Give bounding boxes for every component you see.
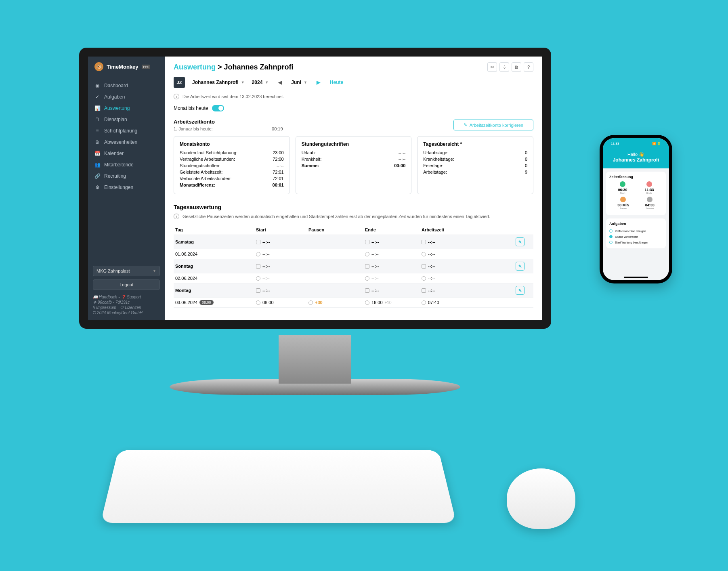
- account-row: Arbeitszeitkonto 1. Januar bis heute: −0…: [174, 119, 533, 131]
- calendar-icon: [365, 240, 369, 244]
- phone-hero: Hallo 👋 Johannes Zahnprofi: [603, 149, 669, 168]
- brand: 🐵 TimeMonkey Pro: [88, 57, 165, 77]
- sidebar-item-auswertung[interactable]: 📊Auswertung: [88, 103, 165, 114]
- nav-item-label: Schichtplanung: [104, 128, 137, 134]
- gauge-icon: ◉: [94, 83, 100, 88]
- month-select[interactable]: Juni▼: [291, 80, 307, 85]
- col-pausen: Pausen: [308, 227, 365, 232]
- sidebar-item-aufgaben[interactable]: ✓Aufgaben: [88, 91, 165, 103]
- phone-status-bar: 11:33 📶 🔋: [603, 138, 669, 149]
- keyboard: [101, 450, 456, 523]
- clock-icon: [256, 276, 260, 281]
- clock-icon: [422, 276, 426, 281]
- clock-icon: [256, 252, 260, 256]
- phone-task-item[interactable]: Stühle vorbereiten: [609, 234, 663, 239]
- kv-key: Stunden laut Schichtplanung:: [180, 150, 237, 155]
- kv-value: 0: [525, 150, 527, 155]
- help-icon[interactable]: ?: [524, 62, 533, 72]
- breadcrumb-root[interactable]: Auswertung: [174, 63, 216, 71]
- kv-key: Krankheit:: [302, 157, 322, 162]
- clock-icon: [422, 252, 426, 256]
- cell-start: --:--: [256, 276, 308, 281]
- logout-button[interactable]: Logout: [93, 279, 160, 290]
- mouse: [507, 468, 575, 529]
- kv-key: Vertragliche Arbeitsstunden:: [180, 157, 235, 162]
- avatar[interactable]: JZ: [174, 77, 185, 88]
- edit-row-button[interactable]: ✎: [516, 286, 524, 295]
- kv-row: Krankheitstage:0: [423, 157, 527, 162]
- gear-icon: ⚙: [94, 185, 100, 190]
- today-link[interactable]: Heute: [330, 80, 343, 85]
- chevron-down-icon: ▼: [304, 80, 307, 84]
- sidebar: 🐵 TimeMonkey Pro ◉Dashboard✓Aufgaben📊Aus…: [88, 57, 165, 320]
- day-name: Samstag: [175, 239, 256, 244]
- kv-key: Summe:: [302, 163, 319, 168]
- prev-month-button[interactable]: ◀: [276, 80, 284, 85]
- toggle-label: Monat bis heute: [174, 105, 208, 111]
- brand-name: TimeMonkey: [107, 64, 138, 70]
- kv-row: Krankheit:--:--: [302, 157, 406, 162]
- sidebar-item-einstellungen[interactable]: ⚙Einstellungen: [88, 182, 165, 193]
- pro-badge: Pro: [142, 65, 150, 69]
- card-title: Stundengutschriften: [302, 141, 406, 147]
- download-icon[interactable]: ⇩: [499, 62, 509, 72]
- cell-az: --:--: [422, 288, 516, 293]
- phone-time-block[interactable]: 06:30Start: [618, 181, 627, 194]
- phone-task-item[interactable]: Kaffeemaschine reinigen: [609, 228, 663, 234]
- calendar-icon: [256, 240, 260, 244]
- kv-key: Geleistete Arbeitszeit:: [180, 170, 222, 174]
- task-label: Stühle vorbereiten: [615, 235, 638, 238]
- kv-key: Verbuchte Arbeitsstunden:: [180, 176, 231, 181]
- kv-value: 72:01: [273, 170, 284, 174]
- kv-value: 00:01: [273, 183, 284, 187]
- clipboard-icon: 🗒: [94, 117, 100, 122]
- cell-date: 03.06.2024 08:00: [175, 300, 256, 305]
- kv-value: 9: [525, 170, 527, 174]
- phone-time-block[interactable]: 30 MinPause: [617, 197, 629, 210]
- sidebar-footer: MKG Zahnpalast ▼ Logout 📖 Handbuch - ❓ S…: [88, 262, 165, 320]
- mail-icon[interactable]: ✉: [487, 62, 497, 72]
- sidebar-item-dienstplan[interactable]: 🗒Dienstplan: [88, 114, 165, 125]
- person-select[interactable]: Johannes Zahnprofi▼: [192, 80, 245, 85]
- sidebar-item-schichtplanung[interactable]: ≡Schichtplanung: [88, 125, 165, 136]
- next-month-button[interactable]: ▶: [315, 80, 323, 85]
- card-title: Tagesübersicht *: [423, 141, 527, 147]
- kv-row: Stunden laut Schichtplanung:23:00: [180, 150, 284, 155]
- org-select[interactable]: MKG Zahnpalast ▼: [93, 266, 160, 276]
- kv-value: --:--: [399, 157, 406, 162]
- nav-item-label: Kalender: [104, 151, 124, 156]
- edit-row-button[interactable]: ✎: [516, 237, 524, 246]
- footer-copyright: © 2024 MonkeyDent GmbH: [93, 311, 160, 315]
- correct-account-button[interactable]: ✎ Arbeitszeitkonto korrigieren: [453, 120, 533, 130]
- card-gutschriften: Stundengutschriften Urlaub:--:--Krankhei…: [296, 136, 412, 194]
- clock-icon: [365, 252, 369, 256]
- kv-row: Monatsdifferenz:00:01: [180, 183, 284, 187]
- phone-time-block[interactable]: 04:33Summe: [645, 197, 655, 210]
- cell-pause: +30: [308, 300, 365, 305]
- cell-start: --:--: [256, 252, 308, 256]
- sidebar-item-kalender[interactable]: 📅Kalender: [88, 148, 165, 159]
- year-select[interactable]: 2024▼: [252, 80, 269, 85]
- chart-icon: 📊: [94, 105, 100, 111]
- cell-ende: --:--: [365, 239, 422, 244]
- task-label: Kaffeemaschine reinigen: [615, 230, 646, 233]
- cell-az: --:--: [422, 252, 516, 256]
- status-dot-icon: [620, 181, 625, 187]
- sidebar-item-abwesenheiten[interactable]: 🗎Abwesenheiten: [88, 136, 165, 148]
- sidebar-item-recruiting[interactable]: 🔗Recruiting: [88, 170, 165, 182]
- day-name: Montag: [175, 288, 256, 293]
- export-icon[interactable]: 🗎: [512, 62, 521, 72]
- table-row: 01.06.2024 --:-- --:-- --:--: [174, 249, 533, 259]
- month-to-date-toggle[interactable]: [212, 105, 224, 111]
- header-actions: ✉ ⇩ 🗎 ?: [487, 62, 533, 72]
- sidebar-item-dashboard[interactable]: ◉Dashboard: [88, 80, 165, 91]
- phone-time-block[interactable]: 11:33Ende: [644, 181, 654, 194]
- chevron-down-icon: ▼: [153, 269, 156, 273]
- account-title: Arbeitszeitkonto: [174, 119, 283, 125]
- edit-row-button[interactable]: ✎: [516, 262, 524, 271]
- chevron-down-icon: ▼: [265, 80, 269, 84]
- calendar-icon: [365, 288, 369, 293]
- app: 🐵 TimeMonkey Pro ◉Dashboard✓Aufgaben📊Aus…: [88, 57, 542, 320]
- sidebar-item-mitarbeitende[interactable]: 👥Mitarbeitende: [88, 159, 165, 170]
- phone-task-item[interactable]: Steri Wartung beauftragen: [609, 239, 663, 245]
